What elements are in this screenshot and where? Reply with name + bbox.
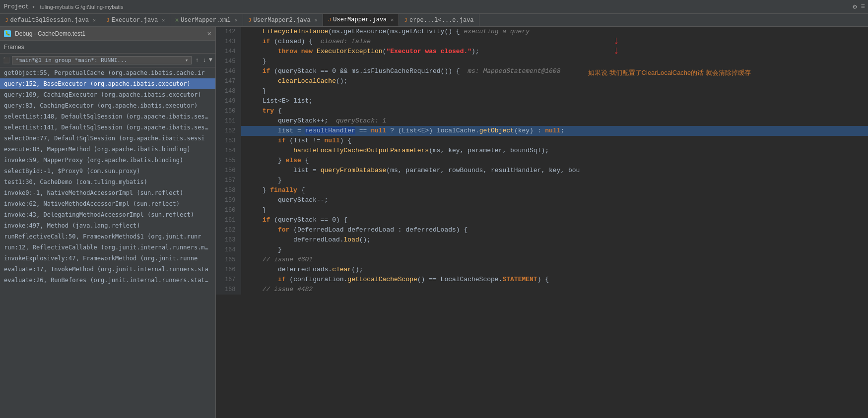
line-content-166: deferredLoads.clear(); <box>241 265 868 275</box>
debug-title: Debug - CacheDemo.test1 <box>15 30 203 37</box>
stack-frame-5[interactable]: selectList:141, DefaultSqlSession (org.a… <box>0 122 215 133</box>
thread-icon: ⬛ <box>3 57 10 63</box>
tab-defaultsqlsession[interactable]: J defaultSqlSession.java ✕ <box>0 14 101 26</box>
stack-frame-12[interactable]: invoke:62, NativeMethodAccessorImpl (sun… <box>0 198 215 209</box>
code-line-168: 168 // issue #482 <box>216 285 868 295</box>
line-content-143: if (closed) { closed: false <box>241 37 868 47</box>
tab-label-defaultsqlsession: defaultSqlSession.java <box>10 17 89 24</box>
tab-usermapper[interactable]: J UserMapper.java ✕ <box>323 14 400 26</box>
project-label: Project <box>4 3 29 10</box>
tab-icon-java: J <box>5 17 8 23</box>
debug-icon: 🐛 <box>4 30 11 37</box>
project-dropdown-arrow[interactable]: ▾ <box>32 4 35 10</box>
line-number-149: 149 <box>216 96 241 106</box>
stack-trace-list: getObject:55, PerpetualCache (org.apache… <box>0 67 215 418</box>
code-line-150: 150 try { <box>216 106 868 116</box>
stack-frame-9[interactable]: selectByid:-1, $Proxy9 (com.sun.proxy) <box>0 166 215 177</box>
line-content-155: } else { <box>241 156 868 166</box>
tab-close-defaultsqlsession[interactable]: ✕ <box>93 17 96 23</box>
stack-frame-16[interactable]: run:12, ReflectiveCallable (org.junit.in… <box>0 242 215 253</box>
project-path: tuling-mybatis G:\git\tuling-mybatis <box>40 4 123 10</box>
stack-frame-4[interactable]: selectList:148, DefaultSqlSession (org.a… <box>0 111 215 122</box>
line-content-156: list = queryFromDatabase(ms, parameter, … <box>241 166 868 176</box>
tab-close-executor[interactable]: ✕ <box>162 17 165 23</box>
stack-frame-19[interactable]: evaluate:26, RunBefores (org.junit.inter… <box>0 275 215 286</box>
nav-down-button[interactable]: ↓ <box>201 57 208 64</box>
code-line-148: 148 } <box>216 86 868 96</box>
line-content-153: if (list != null) { <box>241 136 868 146</box>
line-number-145: 145 <box>216 57 241 66</box>
code-line-161: 161 if (queryStack == 0) { <box>216 215 868 225</box>
stack-frame-14[interactable]: invoke:497, Method (java.lang.reflect) <box>0 220 215 231</box>
stack-frame-7[interactable]: execute:83, MapperMethod (org.apache.iba… <box>0 144 215 155</box>
stack-frame-2[interactable]: query:109, CachingExecutor (org.apache.i… <box>0 89 215 100</box>
line-number-151: 151 <box>216 116 241 126</box>
line-content-159: queryStack--; <box>241 195 868 205</box>
line-content-144: throw new ExecutorException("Executor wa… <box>241 47 868 57</box>
code-line-147: 147 clearLocalCache(); <box>216 76 868 86</box>
line-content-154: handleLocallyCachedOutputParameters(ms, … <box>241 146 868 156</box>
code-line-152: 152 list = resultHandler == null ? (List… <box>216 126 868 136</box>
code-scroll[interactable]: 142 LifecycleInstance(ms.getResource(ms.… <box>216 27 868 418</box>
line-number-153: 153 <box>216 136 241 146</box>
tab-close-usermapper[interactable]: ✕ <box>391 17 394 23</box>
stack-frame-11[interactable]: invoke0:-1, NativeMethodAccessorImpl (su… <box>0 187 215 198</box>
thread-selector[interactable]: *main*@1 in group *main*: RUNNI... ▾ <box>12 56 192 64</box>
top-bar: Project ▾ tuling-mybatis G:\git\tuling-m… <box>0 0 868 14</box>
tab-more[interactable]: J erpe...l<...e.java <box>399 14 479 26</box>
stack-frame-17[interactable]: invokeExplosively:47, FrameworkMethod (o… <box>0 253 215 264</box>
line-content-165: // issue #601 <box>241 255 868 265</box>
stack-frame-1[interactable]: query:152, BaseExecutor (org.apache.ibat… <box>0 78 215 89</box>
left-debug-panel: 🐛 Debug - CacheDemo.test1 ✕ Frames ⬛ *ma… <box>0 27 216 418</box>
frames-label: Frames <box>4 44 24 51</box>
stack-frame-18[interactable]: evaluate:17, InvokeMethod (org.junit.int… <box>0 264 215 275</box>
debug-close-button[interactable]: ✕ <box>207 30 211 37</box>
filter-button[interactable]: ▼ <box>209 57 212 64</box>
tab-close-usermapper-xml[interactable]: ✕ <box>235 17 238 23</box>
tab-label-usermapper-xml: UserMapper.xml <box>181 17 231 24</box>
top-bar-left: Project ▾ tuling-mybatis G:\git\tuling-m… <box>0 3 248 10</box>
thread-dropdown-arrow: ▾ <box>185 57 189 63</box>
tab-icon-java-4: J <box>328 17 332 23</box>
code-line-146: 146 if (queryStack == 0 && ms.isFlushCac… <box>216 66 868 76</box>
line-content-142: LifecycleInstance(ms.getResource(ms.getA… <box>241 27 868 37</box>
debug-header: 🐛 Debug - CacheDemo.test1 ✕ <box>0 27 215 41</box>
code-line-149: 149 List<E> list; <box>216 96 868 106</box>
settings-icon[interactable]: ⚙ <box>853 2 857 11</box>
line-content-146: if (queryStack == 0 && ms.isFlushCacheRe… <box>241 66 868 76</box>
tab-label-more: erpe...l<...e.java <box>409 17 474 24</box>
nav-up-button[interactable]: ↑ <box>194 57 200 64</box>
stack-frame-6[interactable]: selectOne:77, DefaultSqlSession (org.apa… <box>0 133 215 144</box>
line-number-143: 143 <box>216 37 241 47</box>
code-line-144: 144 throw new ExecutorException("Executo… <box>216 47 868 57</box>
stack-frame-8[interactable]: invoke:59, MapperProxy (org.apache.ibati… <box>0 155 215 166</box>
tab-executor[interactable]: J Executor.java ✕ <box>101 14 170 26</box>
code-line-164: 164 } <box>216 245 868 255</box>
thread-nav-buttons: ↑ ↓ ▼ <box>194 57 212 64</box>
code-line-165: 165 // issue #601 <box>216 255 868 265</box>
line-content-152: list = resultHandler == null ? (List<E>)… <box>241 126 868 136</box>
code-line-159: 159 queryStack--; <box>216 195 868 205</box>
line-content-157: } <box>241 176 868 185</box>
line-number-165: 165 <box>216 255 241 265</box>
code-line-167: 167 if (configuration.getLocalCacheScope… <box>216 275 868 285</box>
line-number-159: 159 <box>216 195 241 205</box>
thread-bar: ⬛ *main*@1 in group *main*: RUNNI... ▾ ↑… <box>0 54 215 67</box>
line-number-168: 168 <box>216 285 241 295</box>
stack-frame-0[interactable]: getObject:55, PerpetualCache (org.apache… <box>0 67 215 78</box>
line-content-161: if (queryStack == 0) { <box>241 215 868 225</box>
tab-usermapper2[interactable]: J UserMapper2.java ✕ <box>243 14 323 26</box>
tab-usermapper-xml[interactable]: X UserMapper.xml ✕ <box>170 14 243 26</box>
code-line-157: 157 } <box>216 176 868 185</box>
stack-frame-10[interactable]: test1:30, CacheDemo (com.tuling.mybatis) <box>0 177 215 187</box>
stack-frame-13[interactable]: invoke:43, DelegatingMethodAccessorImpl … <box>0 209 215 220</box>
tab-close-usermapper2[interactable]: ✕ <box>315 17 318 23</box>
line-content-149: List<E> list; <box>241 96 868 106</box>
menu-icon[interactable]: ≡ <box>861 2 865 11</box>
code-line-142: 142 LifecycleInstance(ms.getResource(ms.… <box>216 27 868 37</box>
tab-icon-xml: X <box>175 17 179 23</box>
stack-frame-15[interactable]: runReflectiveCall:50, FrameworkMethod$1 … <box>0 231 215 242</box>
line-number-160: 160 <box>216 205 241 215</box>
tab-icon-java-3: J <box>248 17 252 23</box>
stack-frame-3[interactable]: query:83, CachingExecutor (org.apache.ib… <box>0 100 215 111</box>
